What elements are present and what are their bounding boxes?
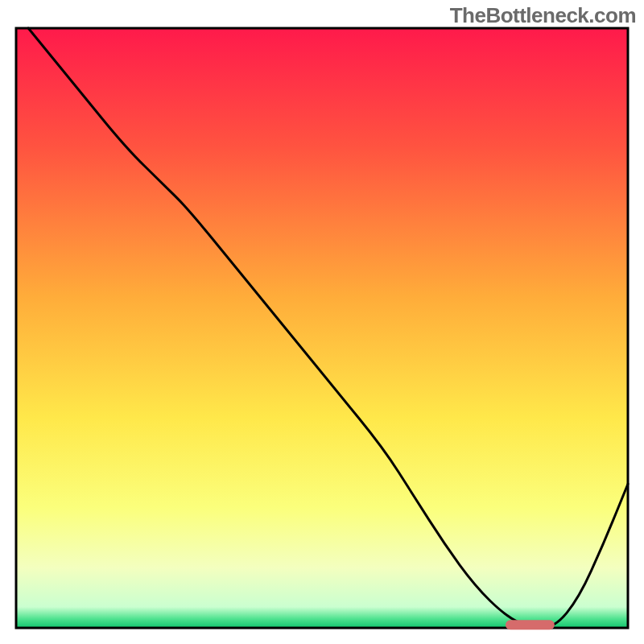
plot-area [16,28,628,628]
selected-range-marker [506,620,555,630]
bottleneck-chart [0,0,644,644]
chart-stage: TheBottleneck.com [0,0,644,644]
